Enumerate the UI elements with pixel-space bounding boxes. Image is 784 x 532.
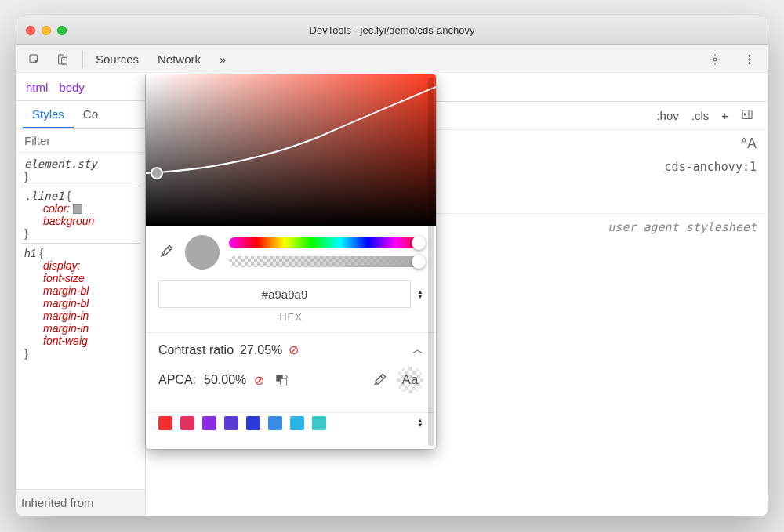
styles-subtabs: Styles Co xyxy=(16,101,145,129)
palette-stepper[interactable]: ▲▼ xyxy=(417,418,423,428)
svg-point-3 xyxy=(713,58,717,61)
scrollbar[interactable] xyxy=(428,78,434,446)
filter-input[interactable] xyxy=(24,134,137,147)
inherited-label: Inherited from xyxy=(16,489,145,516)
panel-tabs: Sources Network » xyxy=(96,52,699,66)
alpha-thumb[interactable] xyxy=(412,255,426,269)
minimize-icon[interactable] xyxy=(42,26,51,35)
swatch[interactable] xyxy=(224,416,238,430)
hov-button[interactable]: :hov xyxy=(650,107,684,124)
filter-row xyxy=(16,129,145,153)
hue-thumb[interactable] xyxy=(412,236,426,250)
cls-button[interactable]: .cls xyxy=(685,107,716,124)
main-toolbar: Sources Network » xyxy=(16,45,768,74)
gear-icon[interactable] xyxy=(703,49,727,70)
tabs-overflow[interactable]: » xyxy=(220,52,226,66)
prohibited-icon: ⊘ xyxy=(254,373,264,388)
selector: .line1 xyxy=(24,190,64,202)
apca-value: 50.00% xyxy=(204,373,246,387)
separator xyxy=(82,51,83,68)
rule-line1[interactable]: .line1 { color: backgroun } xyxy=(21,186,140,244)
color-picker: #a9a9a9 ▲▼ HEX Contrast ratio 27.05% ⊘ ︿… xyxy=(146,74,436,449)
content-area: html body Styles Co element.sty } .line1… xyxy=(16,74,768,516)
format-stepper[interactable]: ▲▼ xyxy=(417,290,423,299)
close-icon[interactable] xyxy=(26,26,35,35)
contrast-ratio-row[interactable]: Contrast ratio 27.05% ⊘ ︿ xyxy=(158,333,423,357)
eyedropper-icon[interactable] xyxy=(370,371,389,389)
swatch[interactable] xyxy=(290,416,304,430)
hue-slider[interactable] xyxy=(229,237,423,248)
tab-styles[interactable]: Styles xyxy=(23,101,74,128)
svg-rect-2 xyxy=(62,57,67,64)
devtools-window: DevTools - jec.fyi/demo/cds-anchovy Sour… xyxy=(16,16,768,516)
crumb-html[interactable]: html xyxy=(26,81,48,94)
format-label: HEX xyxy=(158,311,423,323)
window-title: DevTools - jec.fyi/demo/cds-anchovy xyxy=(310,24,475,36)
device-icon[interactable] xyxy=(51,49,74,70)
tab-computed-cut[interactable]: Co xyxy=(74,101,107,128)
inspect-icon[interactable] xyxy=(23,49,46,70)
text-preview-icon[interactable]: Aa xyxy=(397,367,423,393)
titlebar: DevTools - jec.fyi/demo/cds-anchovy xyxy=(16,16,768,45)
svg-point-6 xyxy=(749,62,750,63)
chevron-up-icon[interactable]: ︿ xyxy=(412,343,423,357)
swatch[interactable] xyxy=(268,416,282,430)
crumb-body[interactable]: body xyxy=(59,81,85,94)
contrast-value: 27.05% xyxy=(240,343,282,357)
left-column: html body Styles Co element.sty } .line1… xyxy=(16,74,146,516)
contrast-label: Contrast ratio xyxy=(158,343,234,357)
new-rule-button[interactable]: + xyxy=(715,107,735,124)
rule-element-style[interactable]: element.sty } xyxy=(21,154,140,186)
swatch[interactable] xyxy=(202,416,216,430)
apca-row: APCA: 50.00% ⊘ Aa xyxy=(158,357,423,403)
tab-sources[interactable]: Sources xyxy=(96,52,139,66)
svg-rect-7 xyxy=(742,110,752,119)
zoom-icon[interactable] xyxy=(57,26,67,35)
color-swatch[interactable] xyxy=(73,204,82,214)
tab-network[interactable]: Network xyxy=(158,52,201,66)
swap-colors-icon[interactable] xyxy=(272,371,291,389)
eyedropper-icon[interactable] xyxy=(158,244,176,261)
sv-thumb[interactable] xyxy=(151,167,163,179)
svg-point-4 xyxy=(749,55,750,56)
prohibited-icon: ⊘ xyxy=(289,342,299,357)
swatch[interactable] xyxy=(158,416,172,430)
swatch[interactable] xyxy=(312,416,326,430)
css-rules: element.sty } .line1 { color: backgroun … xyxy=(16,153,145,489)
selector: element.sty xyxy=(24,157,97,170)
alpha-slider[interactable] xyxy=(229,256,423,267)
saturation-value-area[interactable] xyxy=(146,74,436,226)
hex-input[interactable]: #a9a9a9 xyxy=(158,280,411,308)
swatch[interactable] xyxy=(180,416,194,430)
sidebar-toggle-icon[interactable] xyxy=(735,107,760,125)
selector: h1 xyxy=(24,247,37,259)
swatch[interactable] xyxy=(246,416,260,430)
palette-row: ▲▼ xyxy=(158,413,423,440)
kebab-icon[interactable] xyxy=(738,49,761,70)
current-color-circle xyxy=(185,235,220,270)
apca-label: APCA: xyxy=(158,373,196,387)
traffic-lights xyxy=(26,26,67,35)
svg-point-5 xyxy=(749,58,750,60)
rule-h1[interactable]: h1 { display: font-size margin-bl margin… xyxy=(21,244,140,363)
breadcrumb: html body xyxy=(16,74,145,101)
